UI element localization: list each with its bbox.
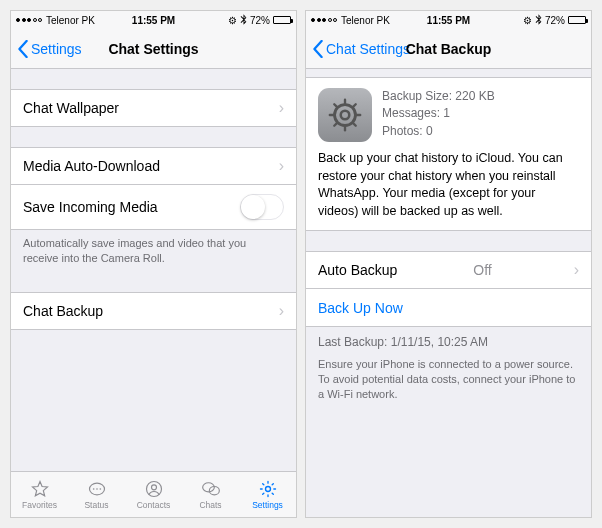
row-media-auto-download[interactable]: Media Auto-Download › <box>11 147 296 185</box>
row-back-up-now[interactable]: Back Up Now <box>306 289 591 327</box>
chevron-right-icon: › <box>574 261 579 279</box>
back-button[interactable]: Settings <box>17 40 82 58</box>
battery-pct: 72% <box>250 15 270 26</box>
status-icon <box>86 479 108 499</box>
row-auto-backup[interactable]: Auto Backup Off › <box>306 251 591 289</box>
status-bar: Telenor PK 11:55 PM ⚙ 72% <box>306 11 591 29</box>
star-icon <box>29 479 51 499</box>
svg-point-1 <box>92 488 94 490</box>
nav-bar: Chat Settings Chat Backup <box>306 29 591 69</box>
tab-settings[interactable]: Settings <box>239 472 296 517</box>
row-label: Back Up Now <box>318 300 403 316</box>
status-time: 11:55 PM <box>427 15 470 26</box>
tab-status[interactable]: Status <box>68 472 125 517</box>
bluetooth-icon <box>535 14 542 27</box>
carrier-text: Telenor PK <box>46 15 95 26</box>
content: Backup Size: 220 KB Messages: 1 Photos: … <box>306 69 591 517</box>
row-label: Chat Wallpaper <box>23 100 119 116</box>
signal-icon <box>311 18 337 22</box>
gear-icon <box>257 479 279 499</box>
battery-icon <box>273 16 291 24</box>
chevron-left-icon <box>17 40 29 58</box>
svg-point-8 <box>265 487 270 492</box>
svg-line-16 <box>353 123 356 126</box>
chevron-right-icon: › <box>279 302 284 320</box>
page-title: Chat Backup <box>406 41 492 57</box>
chevron-left-icon <box>312 40 324 58</box>
tab-label: Settings <box>252 500 283 510</box>
tab-label: Chats <box>199 500 221 510</box>
auto-backup-value: Off <box>473 262 497 278</box>
backup-footer: Ensure your iPhone is connected to a pow… <box>306 351 591 408</box>
backup-description: Back up your chat history to iCloud. You… <box>318 150 579 220</box>
carrier-text: Telenor PK <box>341 15 390 26</box>
chevron-right-icon: › <box>279 157 284 175</box>
row-label: Chat Backup <box>23 303 103 319</box>
row-label: Media Auto-Download <box>23 158 160 174</box>
back-button[interactable]: Chat Settings <box>312 40 410 58</box>
row-chat-backup[interactable]: Chat Backup › <box>11 292 296 330</box>
content: Chat Wallpaper › Media Auto-Download › S… <box>11 69 296 471</box>
bluetooth-icon <box>240 14 247 27</box>
status-time: 11:55 PM <box>132 15 175 26</box>
svg-line-17 <box>353 104 356 107</box>
row-label: Auto Backup <box>318 262 397 278</box>
backup-size: Backup Size: 220 KB <box>382 88 495 105</box>
svg-point-2 <box>96 488 98 490</box>
back-label: Chat Settings <box>326 41 410 57</box>
gear-status-icon: ⚙ <box>523 15 532 26</box>
save-incoming-footer: Automatically save images and video that… <box>11 230 296 272</box>
svg-point-6 <box>202 483 214 492</box>
last-backup-text: Last Backup: 1/11/15, 10:25 AM <box>306 327 591 351</box>
tab-chats[interactable]: Chats <box>182 472 239 517</box>
battery-pct: 72% <box>545 15 565 26</box>
tab-favorites[interactable]: Favorites <box>11 472 68 517</box>
contact-icon <box>143 479 165 499</box>
chats-icon <box>200 479 222 499</box>
page-title: Chat Settings <box>108 41 198 57</box>
tab-contacts[interactable]: Contacts <box>125 472 182 517</box>
chevron-right-icon: › <box>279 99 284 117</box>
gear-status-icon: ⚙ <box>228 15 237 26</box>
screen-chat-settings: Telenor PK 11:55 PM ⚙ 72% Settings Chat … <box>10 10 297 518</box>
screen-chat-backup: Telenor PK 11:55 PM ⚙ 72% Chat Settings … <box>305 10 592 518</box>
backup-messages: Messages: 1 <box>382 105 495 122</box>
tab-bar: Favorites Status Contacts Chats Settings <box>11 471 296 517</box>
back-label: Settings <box>31 41 82 57</box>
row-chat-wallpaper[interactable]: Chat Wallpaper › <box>11 89 296 127</box>
tab-label: Status <box>84 500 108 510</box>
svg-point-3 <box>99 488 101 490</box>
battery-icon <box>568 16 586 24</box>
signal-icon <box>16 18 42 22</box>
status-bar: Telenor PK 11:55 PM ⚙ 72% <box>11 11 296 29</box>
save-incoming-toggle[interactable] <box>240 194 284 220</box>
backup-summary: Backup Size: 220 KB Messages: 1 Photos: … <box>306 77 591 231</box>
svg-line-18 <box>334 123 337 126</box>
svg-line-15 <box>334 104 337 107</box>
svg-point-10 <box>341 111 350 120</box>
settings-app-icon <box>318 88 372 142</box>
svg-point-5 <box>151 485 156 490</box>
tab-label: Contacts <box>137 500 171 510</box>
tab-label: Favorites <box>22 500 57 510</box>
backup-photos: Photos: 0 <box>382 123 495 140</box>
nav-bar: Settings Chat Settings <box>11 29 296 69</box>
row-save-incoming-media: Save Incoming Media <box>11 185 296 230</box>
row-label: Save Incoming Media <box>23 199 158 215</box>
